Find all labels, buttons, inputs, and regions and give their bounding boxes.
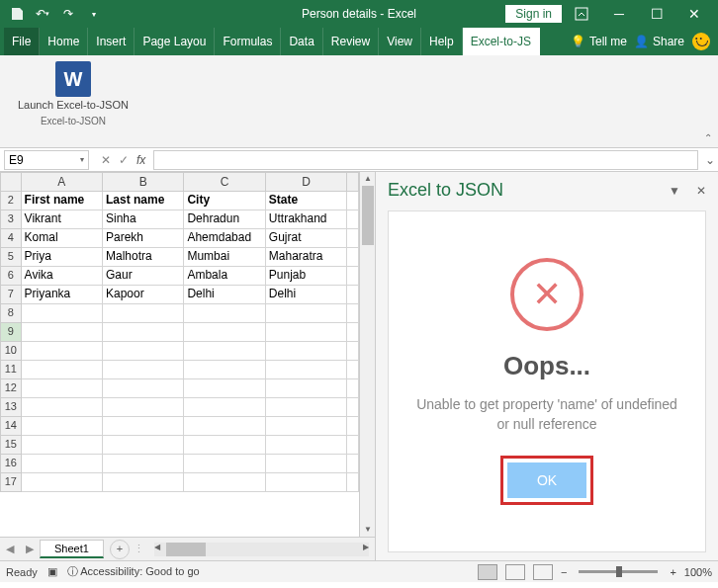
share-button[interactable]: 👤Share (635, 35, 684, 48)
cell-A15[interactable] (22, 436, 103, 455)
cell-A3[interactable]: Vikrant (22, 210, 103, 229)
cell-B12[interactable] (103, 379, 184, 398)
cell-D5[interactable]: Maharatra (266, 248, 347, 267)
row-header-5[interactable]: 5 (0, 248, 22, 267)
collapse-ribbon-icon[interactable]: ⌃ (704, 132, 712, 143)
cell-C14[interactable] (184, 417, 265, 436)
cell-A13[interactable] (22, 398, 103, 417)
view-page-break-icon[interactable] (533, 564, 553, 580)
cell-B5[interactable]: Malhotra (103, 248, 184, 267)
cell-C3[interactable]: Dehradun (184, 210, 265, 229)
cell-A11[interactable] (22, 361, 103, 379)
row-header-4[interactable]: 4 (0, 229, 22, 248)
cell-C13[interactable] (184, 398, 265, 417)
taskpane-close-icon[interactable]: ✕ (696, 184, 706, 198)
cell-D14[interactable] (266, 417, 347, 436)
tab-page-layout[interactable]: Page Layou (135, 28, 215, 55)
launch-excel-to-json-button[interactable]: W Launch Excel-to-JSON (18, 61, 129, 112)
cell-C4[interactable]: Ahemdabad (184, 229, 265, 248)
cancel-formula-icon[interactable]: ✕ (101, 153, 111, 167)
cell-D3[interactable]: Uttrakhand (266, 210, 347, 229)
cell-B3[interactable]: Sinha (103, 210, 184, 229)
col-header-B[interactable]: B (103, 172, 184, 192)
cell-A16[interactable] (22, 455, 103, 473)
taskpane-menu-icon[interactable]: ▼ (669, 184, 680, 198)
cell-D4[interactable]: Gujrat (266, 229, 347, 248)
sheet-nav-next-icon[interactable]: ▶ (20, 543, 40, 555)
scroll-down-icon[interactable]: ▼ (360, 523, 375, 537)
undo-icon[interactable]: ↶▾ (32, 3, 53, 25)
row-header-10[interactable]: 10 (0, 342, 22, 361)
sheet-nav-prev-icon[interactable]: ◀ (0, 543, 20, 555)
zoom-slider[interactable] (579, 570, 658, 573)
row-header-16[interactable]: 16 (0, 455, 22, 473)
cell-C2[interactable]: City (184, 192, 265, 210)
cell-C7[interactable]: Delhi (184, 286, 265, 304)
cell-B7[interactable]: Kapoor (103, 286, 184, 304)
cell-B14[interactable] (103, 417, 184, 436)
cell-C8[interactable] (184, 304, 265, 323)
cell-D17[interactable] (266, 473, 347, 492)
hscroll-thumb[interactable] (166, 543, 206, 556)
cell-B15[interactable] (103, 436, 184, 455)
cell-B4[interactable]: Parekh (103, 229, 184, 248)
cell-D13[interactable] (266, 398, 347, 417)
cell-D6[interactable]: Punjab (266, 267, 347, 286)
maximize-icon[interactable]: ☐ (639, 0, 674, 28)
minimize-icon[interactable]: ─ (601, 0, 637, 28)
tab-review[interactable]: Review (323, 28, 379, 55)
accessibility-status[interactable]: ⓘ Accessibility: Good to go (67, 564, 200, 579)
zoom-in-button[interactable]: + (670, 566, 675, 578)
col-header-C[interactable]: C (184, 172, 265, 192)
tell-me-button[interactable]: 💡Tell me (571, 35, 627, 48)
view-page-layout-icon[interactable] (505, 564, 525, 580)
cell-A9[interactable] (22, 323, 103, 342)
row-header-12[interactable]: 12 (0, 379, 22, 398)
horizontal-scrollbar[interactable]: ◀ ▶ (154, 543, 369, 556)
cell-C12[interactable] (184, 379, 265, 398)
cell-B10[interactable] (103, 342, 184, 361)
cell-A14[interactable] (22, 417, 103, 436)
row-header-8[interactable]: 8 (0, 304, 22, 323)
tab-excel-to-json[interactable]: Excel-to-JS (463, 28, 540, 55)
cell-D8[interactable] (266, 304, 347, 323)
cell-B6[interactable]: Gaur (103, 267, 184, 286)
name-box[interactable]: E9▾ (4, 150, 89, 170)
cell-A17[interactable] (22, 473, 103, 492)
expand-formula-bar-icon[interactable]: ⌄ (702, 153, 718, 167)
cell-B17[interactable] (103, 473, 184, 492)
formula-bar[interactable] (153, 150, 698, 170)
cell-A5[interactable]: Priya (22, 248, 103, 267)
cell-C9[interactable] (184, 323, 265, 342)
tab-home[interactable]: Home (40, 28, 88, 55)
cell-D2[interactable]: State (266, 192, 347, 210)
cell-D9[interactable] (266, 323, 347, 342)
vertical-scrollbar[interactable]: ▲ ▼ (359, 172, 375, 537)
cell-B2[interactable]: Last name (103, 192, 184, 210)
tab-help[interactable]: Help (421, 28, 463, 55)
ok-button[interactable]: OK (507, 462, 586, 498)
row-header-14[interactable]: 14 (0, 417, 22, 436)
accept-formula-icon[interactable]: ✓ (119, 153, 129, 167)
tab-formulas[interactable]: Formulas (215, 28, 281, 55)
tab-insert[interactable]: Insert (88, 28, 135, 55)
select-all-corner[interactable] (0, 172, 22, 192)
sign-in-button[interactable]: Sign in (505, 5, 562, 23)
add-sheet-button[interactable]: + (110, 540, 130, 559)
cell-D7[interactable]: Delhi (266, 286, 347, 304)
cell-D16[interactable] (266, 455, 347, 473)
tab-data[interactable]: Data (281, 28, 322, 55)
cell-C11[interactable] (184, 361, 265, 379)
cell-A2[interactable]: First name (22, 192, 103, 210)
cell-C10[interactable] (184, 342, 265, 361)
scroll-up-icon[interactable]: ▲ (360, 172, 375, 186)
cell-B9[interactable] (103, 323, 184, 342)
row-header-9[interactable]: 9 (0, 323, 22, 342)
row-header-2[interactable]: 2 (0, 192, 22, 210)
cell-C15[interactable] (184, 436, 265, 455)
cell-D15[interactable] (266, 436, 347, 455)
cell-B11[interactable] (103, 361, 184, 379)
grid-cells[interactable]: ABCD2First nameLast nameCityState3Vikran… (0, 172, 359, 537)
tab-view[interactable]: View (379, 28, 421, 55)
cell-D10[interactable] (266, 342, 347, 361)
